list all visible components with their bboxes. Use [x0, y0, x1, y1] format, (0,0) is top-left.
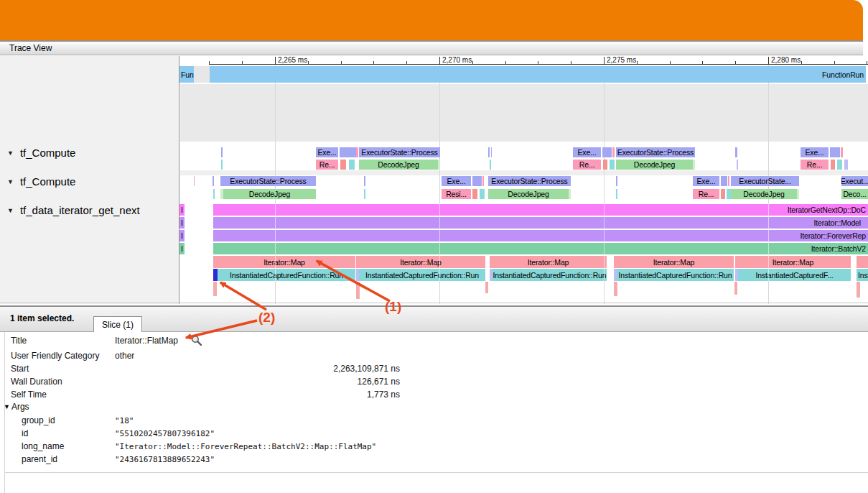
trace-slice-fragment[interactable]: [221, 147, 223, 157]
trace-slice[interactable]: Exe...: [801, 147, 829, 157]
trace-slice-fragment[interactable]: [857, 282, 860, 298]
trace-slice-fragment[interactable]: [480, 189, 485, 199]
trace-slice[interactable]: Iterator::Map: [356, 256, 485, 268]
trace-slice[interactable]: DecodeJpeg: [359, 160, 438, 170]
trace-slice[interactable]: InstantiatedCapturedFunction::Run: [218, 269, 355, 281]
trace-slice-fragment[interactable]: [721, 189, 725, 199]
trace-slice-fragment[interactable]: [602, 147, 612, 157]
trace-slice-fragment[interactable]: [721, 176, 727, 186]
trace-slice-fragment[interactable]: [734, 282, 737, 295]
trace-slice-fragment[interactable]: [610, 160, 615, 170]
trace-slice[interactable]: Inst: [857, 269, 868, 281]
trace-slice[interactable]: I: [179, 204, 185, 216]
trace-slice-fragment[interactable]: [857, 256, 868, 268]
trace-slice-fragment[interactable]: [837, 160, 842, 170]
trace-slice-fragment[interactable]: [482, 176, 484, 186]
trace-slice[interactable]: Re...: [801, 160, 829, 170]
trace-slice[interactable]: DecodeJpeg: [616, 160, 693, 170]
trace-slice[interactable]: ExecutorState::Process: [359, 147, 440, 157]
trace-slice[interactable]: I: [179, 230, 185, 241]
trace-slice-fragment[interactable]: [438, 160, 440, 170]
trace-slice-fragment[interactable]: [569, 189, 571, 199]
sidebar-item-tf-compute-1[interactable]: ▼ tf_Compute: [7, 147, 75, 159]
trace-slice[interactable]: Exe...: [316, 147, 338, 157]
trace-slice[interactable]: InstantiatedCapturedFunction::Run: [493, 269, 607, 281]
sidebar-item-tf-compute-2[interactable]: ▼ tf_Compute: [7, 175, 75, 188]
trace-slice[interactable]: IteratorGetNextOp::DoC: [213, 204, 868, 216]
trace-slice[interactable]: I: [179, 217, 185, 229]
trace-slice-fragment[interactable]: [213, 176, 214, 186]
trace-slice[interactable]: ExecutorState...: [731, 176, 799, 186]
trace-slice-fragment[interactable]: [194, 176, 195, 186]
trace-slice-fragment[interactable]: [693, 160, 695, 170]
trace-slice-fragment[interactable]: [797, 189, 799, 199]
trace-slice[interactable]: DecodeJpeg: [731, 189, 797, 199]
trace-slice[interactable]: I: [179, 243, 185, 254]
trace-slice-fragment[interactable]: [603, 160, 607, 170]
trace-slice-fragment[interactable]: [349, 160, 355, 170]
chevron-down-icon[interactable]: ▼: [7, 178, 14, 185]
trace-slice-fragment[interactable]: [737, 160, 738, 170]
trace-slice-fragment[interactable]: [831, 160, 835, 170]
trace-slice[interactable]: InstantiatedCapturedF...: [738, 269, 851, 281]
trace-slice[interactable]: Re...: [573, 160, 601, 170]
trace-slice[interactable]: DecodeJpeg: [223, 189, 316, 199]
trace-slice[interactable]: Iterator::ForeverRep: [213, 230, 868, 241]
trace-slice[interactable]: Resi...: [442, 189, 471, 199]
trace-slice[interactable]: ExecutorState::Process: [616, 147, 695, 157]
trace-slice-fragment[interactable]: [491, 147, 492, 157]
trace-slice[interactable]: Iterator::BatchV2: [213, 243, 868, 254]
trace-slice-fragment[interactable]: [612, 147, 615, 157]
trace-slice-fragment[interactable]: [340, 160, 346, 170]
trace-slice-fragment[interactable]: [616, 189, 617, 199]
trace-slice-fragment[interactable]: [356, 282, 360, 299]
trace-slice-fragment[interactable]: [340, 147, 356, 157]
trace-slice[interactable]: Execut...: [841, 176, 868, 186]
trace-slice-fragment[interactable]: [863, 217, 868, 229]
args-section-header[interactable]: ▼ Args: [4, 402, 29, 412]
trace-slice-fragment[interactable]: [728, 176, 729, 186]
trace-slice[interactable]: Iterator::Map: [490, 256, 607, 268]
trace-slice[interactable]: InstantiatedCapturedFunction::Run: [359, 269, 485, 281]
trace-slice-fragment[interactable]: [194, 66, 210, 83]
trace-slice-fragment[interactable]: [213, 282, 217, 296]
trace-slice-fragment[interactable]: [356, 147, 358, 157]
trace-slice[interactable]: Iterator::Map: [614, 256, 734, 268]
trace-slice[interactable]: InstantiatedCapturedFunction::Run: [617, 269, 734, 281]
trace-slice-fragment[interactable]: [364, 189, 365, 199]
trace-slice-fragment[interactable]: [221, 160, 223, 170]
trace-slice[interactable]: Iterator::Map: [735, 256, 851, 268]
trace-slice[interactable]: Re...: [693, 189, 719, 199]
trace-slice[interactable]: Iterator::Map: [213, 256, 355, 268]
trace-slice[interactable]: Re...: [316, 160, 338, 170]
trace-slice-fragment[interactable]: [472, 189, 477, 199]
trace-slice[interactable]: DecodeJpeg: [488, 189, 569, 199]
triangle-down-icon[interactable]: ▼: [4, 403, 10, 410]
trace-slice-fragment[interactable]: [616, 176, 617, 186]
magnifier-icon[interactable]: [191, 335, 202, 346]
sidebar-item-tf-data-iterator-get-next[interactable]: ▼ tf_data_iterator_get_next: [7, 204, 140, 216]
trace-slice-fragment[interactable]: [488, 147, 490, 157]
trace-slice[interactable]: Exe...: [573, 147, 601, 157]
trace-slice-fragment[interactable]: [735, 147, 737, 157]
trace-slice[interactable]: Deco...: [841, 189, 868, 199]
trace-slice[interactable]: ExecutorState::Process: [220, 176, 316, 186]
trace-slice-fragment[interactable]: [472, 176, 482, 186]
trace-slice[interactable]: Exe...: [693, 176, 719, 186]
trace-slice[interactable]: Exe...: [442, 176, 471, 186]
trace-slice[interactable]: ExecutorState::Process: [488, 176, 571, 186]
trace-slice-fragment[interactable]: [364, 176, 365, 186]
trace-slice-fragment[interactable]: [614, 282, 617, 296]
trace-slice-fragment[interactable]: [841, 147, 843, 157]
trace-slice-fragment[interactable]: [485, 282, 488, 293]
tab-slice[interactable]: Slice (1): [93, 316, 142, 332]
chevron-down-icon[interactable]: ▼: [7, 207, 14, 214]
trace-slice[interactable]: Iterator::Model: [213, 217, 863, 229]
trace-slice[interactable]: FunctionRun: [210, 66, 866, 83]
trace-slice-fragment[interactable]: [830, 147, 840, 157]
trace-slice-fragment[interactable]: [213, 189, 215, 199]
trace-slice-fragment[interactable]: [490, 160, 491, 170]
trace-slice[interactable]: Fun: [179, 66, 194, 83]
chevron-down-icon[interactable]: ▼: [7, 149, 14, 157]
trace-slice-fragment[interactable]: [844, 160, 848, 170]
